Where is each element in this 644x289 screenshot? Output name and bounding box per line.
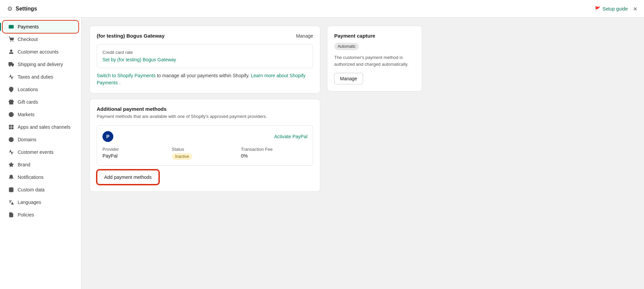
flag-icon: 🚩 bbox=[595, 6, 601, 12]
paypal-provider-row: P Activate PayPal Provider PayPal Status… bbox=[97, 125, 313, 166]
credit-card-label: Credit card rate bbox=[102, 50, 307, 55]
main-content: (for testing) Bogus Gateway Manage Credi… bbox=[81, 18, 644, 289]
content-area: (for testing) Bogus Gateway Manage Credi… bbox=[90, 26, 320, 281]
payment-capture-card: Payment capture Automatic The customer's… bbox=[327, 26, 422, 91]
sidebar-item-taxes[interactable]: Taxes and duties bbox=[3, 71, 78, 83]
sidebar-item-gift-cards[interactable]: Gift cards bbox=[3, 96, 78, 108]
svg-marker-19 bbox=[9, 162, 13, 167]
fee-value: 0% bbox=[241, 153, 307, 159]
sidebar-item-customer-accounts[interactable]: Customer accounts bbox=[3, 46, 78, 58]
bogus-gateway-manage-link[interactable]: Manage bbox=[296, 33, 313, 39]
svg-point-4 bbox=[10, 50, 12, 51]
provider-value: PayPal bbox=[102, 153, 169, 159]
sidebar-label-gift-cards: Gift cards bbox=[18, 99, 38, 105]
sidebar-item-languages[interactable]: Languages bbox=[3, 196, 78, 208]
sidebar-item-payments[interactable]: Payments bbox=[3, 21, 78, 33]
svg-point-7 bbox=[12, 65, 13, 66]
payment-capture-desc: The customer's payment method is authori… bbox=[334, 54, 415, 67]
activate-paypal-link[interactable]: Activate PayPal bbox=[274, 134, 307, 139]
sidebar-item-locations[interactable]: Locations bbox=[3, 83, 78, 96]
sidebar-label-taxes: Taxes and duties bbox=[18, 74, 53, 80]
status-badge: Inactive bbox=[172, 153, 192, 160]
sidebar-item-custom-data[interactable]: Custom data bbox=[3, 184, 78, 196]
svg-point-6 bbox=[9, 65, 10, 66]
svg-point-8 bbox=[11, 88, 12, 90]
taxes-icon bbox=[8, 74, 14, 80]
sidebar-label-brand: Brand bbox=[18, 162, 30, 167]
sidebar-item-checkout[interactable]: Checkout bbox=[3, 33, 78, 45]
setup-guide-label: Setup guide bbox=[603, 6, 628, 12]
svg-rect-5 bbox=[9, 62, 12, 65]
header-left: ⚙ Settings bbox=[7, 6, 37, 12]
additional-methods-desc: Payment methods that are available with … bbox=[97, 113, 313, 120]
sidebar: Payments Checkout Customer accounts bbox=[0, 18, 81, 289]
gift-icon bbox=[8, 99, 14, 105]
sidebar-item-markets[interactable]: Markets bbox=[3, 108, 78, 121]
add-payment-methods-button[interactable]: Add payment methods bbox=[97, 170, 159, 185]
svg-rect-16 bbox=[12, 127, 13, 129]
switch-text-suffix: . bbox=[119, 80, 120, 85]
shipping-icon bbox=[8, 61, 14, 67]
credit-card-box: Credit card rate Set by (for testing) Bo… bbox=[97, 44, 313, 68]
sidebar-item-domains[interactable]: Domains bbox=[3, 133, 78, 146]
sidebar-label-customer-accounts: Customer accounts bbox=[18, 49, 59, 55]
paypal-top-row: P Activate PayPal bbox=[102, 131, 307, 142]
sidebar-item-notifications[interactable]: Notifications bbox=[3, 171, 78, 183]
svg-rect-0 bbox=[9, 25, 13, 28]
switch-to-shopify-link[interactable]: Switch to Shopify Payments bbox=[97, 73, 156, 78]
sidebar-label-markets: Markets bbox=[18, 112, 35, 117]
sidebar-label-checkout: Checkout bbox=[18, 37, 38, 42]
location-icon bbox=[8, 86, 14, 92]
main-layout: Payments Checkout Customer accounts bbox=[0, 18, 644, 289]
paypal-icon: P bbox=[102, 131, 113, 142]
provider-details: Provider PayPal Status Inactive Transact… bbox=[102, 147, 307, 160]
apps-icon bbox=[8, 124, 14, 130]
close-button[interactable]: × bbox=[633, 5, 637, 12]
bogus-gateway-header: (for testing) Bogus Gateway Manage bbox=[97, 33, 313, 39]
sidebar-label-payments: Payments bbox=[18, 24, 39, 29]
svg-rect-14 bbox=[12, 125, 13, 127]
status-value-wrapper: Inactive bbox=[172, 153, 238, 160]
header-title: Settings bbox=[16, 6, 37, 12]
fee-col: Transaction Fee 0% bbox=[241, 147, 307, 160]
status-label: Status bbox=[172, 147, 238, 152]
bogus-gateway-title: (for testing) Bogus Gateway bbox=[97, 33, 165, 39]
switch-notice: Switch to Shopify Payments to manage all… bbox=[97, 72, 313, 86]
svg-rect-15 bbox=[9, 127, 11, 129]
sidebar-item-shipping[interactable]: Shipping and delivery bbox=[3, 58, 78, 70]
sidebar-label-customer-events: Customer events bbox=[18, 149, 54, 155]
sidebar-label-languages: Languages bbox=[18, 200, 41, 205]
svg-rect-13 bbox=[9, 125, 11, 127]
notifications-icon bbox=[8, 174, 14, 180]
sidebar-item-brand[interactable]: Brand bbox=[3, 159, 78, 171]
setup-guide-button[interactable]: 🚩 Setup guide bbox=[595, 6, 628, 12]
switch-text-middle: to manage all your payments within Shopi… bbox=[157, 73, 249, 78]
additional-methods-card: Additional payment methods Payment metho… bbox=[90, 99, 320, 192]
provider-col: Provider PayPal bbox=[102, 147, 169, 160]
sidebar-label-shipping: Shipping and delivery bbox=[18, 62, 63, 67]
svg-point-3 bbox=[13, 41, 13, 41]
settings-icon: ⚙ bbox=[7, 6, 13, 12]
payment-capture-title: Payment capture bbox=[334, 33, 415, 39]
credit-card-link[interactable]: Set by (for testing) Bogus Gateway bbox=[102, 57, 176, 62]
custom-icon bbox=[8, 187, 14, 193]
status-col: Status Inactive bbox=[172, 147, 238, 160]
languages-icon bbox=[8, 199, 14, 205]
sidebar-item-policies[interactable]: Policies bbox=[3, 209, 78, 221]
policies-icon bbox=[8, 212, 14, 218]
header-right: 🚩 Setup guide × bbox=[595, 5, 637, 12]
sidebar-label-domains: Domains bbox=[18, 137, 36, 142]
svg-point-2 bbox=[10, 41, 11, 41]
events-icon bbox=[8, 149, 14, 155]
right-panel: Payment capture Automatic The customer's… bbox=[327, 26, 422, 281]
sidebar-label-locations: Locations bbox=[18, 87, 38, 92]
checkout-icon bbox=[8, 36, 14, 42]
sidebar-item-apps[interactable]: Apps and sales channels bbox=[3, 121, 78, 133]
payment-capture-manage-button[interactable]: Manage bbox=[334, 73, 363, 84]
app-header: ⚙ Settings 🚩 Setup guide × bbox=[0, 0, 644, 18]
sidebar-label-apps: Apps and sales channels bbox=[18, 124, 71, 130]
markets-icon bbox=[8, 111, 14, 118]
domains-icon bbox=[8, 137, 14, 143]
fee-label: Transaction Fee bbox=[241, 147, 307, 152]
sidebar-item-customer-events[interactable]: Customer events bbox=[3, 146, 78, 158]
